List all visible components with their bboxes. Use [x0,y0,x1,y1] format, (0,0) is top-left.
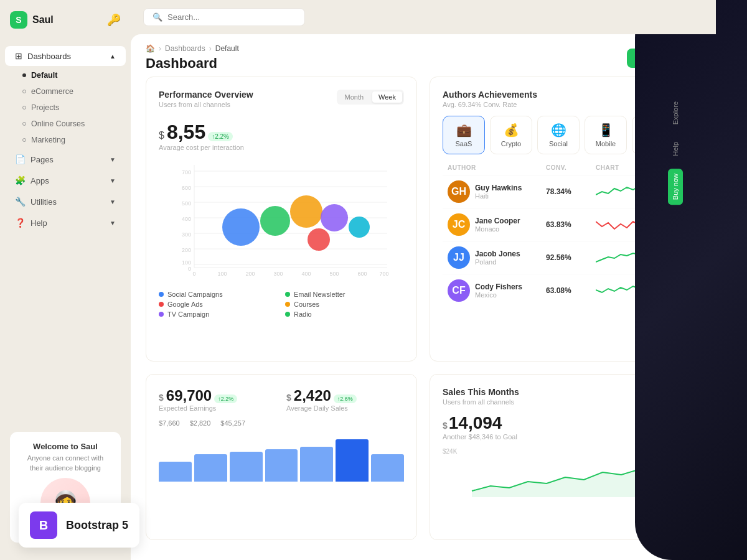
svg-text:300: 300 [273,271,283,277]
sidebar-item-projects[interactable]: Projects [0,100,131,116]
avatar-1: GH [448,180,470,203]
amount-1: $7,660 [159,419,180,427]
author-name-3: Jacob Jones [475,250,520,258]
col-conv: CONV. [546,164,596,171]
help-label[interactable]: Help [672,137,679,161]
breadcrumb-area: 🏠 › Dashboards › Default Dashboard Creat… [131,34,716,77]
avatar-2: JC [448,213,470,236]
sidebar-item-utilities[interactable]: 🔧 Utilities ▼ [5,192,126,212]
sales-currency: $ [286,393,291,403]
legend-dot-google [159,302,164,307]
legend-radio: Radio [285,310,404,318]
search-icon: 🔍 [153,12,162,22]
breadcrumb-dashboards[interactable]: Dashboards [165,44,205,53]
legend-google: Google Ads [159,301,278,308]
earnings-number: 69,700 [166,387,212,404]
sidebar-item-dashboards[interactable]: ⊞ Dashboards ▲ [5,46,126,66]
help-section: Help [672,137,679,161]
perf-tab-group: Month Week [337,90,405,105]
sidebar-item-online-courses[interactable]: Online Courses [0,116,131,132]
empty-dot [22,122,26,126]
sidebar-item-online-courses-label: Online Courses [31,119,85,128]
perf-header: Performance Overview Users from all chan… [159,90,404,116]
conv-4: 63.08% [546,286,596,295]
svg-point-29 [321,204,348,231]
sidebar-item-help[interactable]: ❓ Help ▼ [5,213,126,233]
author-name-2: Jane Cooper [475,217,520,225]
dashboard-grid: Performance Overview Users from all chan… [131,77,716,553]
explore-label[interactable]: Explore [672,96,679,129]
svg-text:200: 200 [245,271,255,277]
sidebar-item-apps[interactable]: 🧩 Apps ▼ [5,170,126,190]
sales-month-currency: $ [443,421,448,431]
saas-label: SaaS [456,140,472,147]
tab-week[interactable]: Week [372,91,402,103]
sidebar-item-ecommerce-label: eCommerce [31,87,73,96]
svg-point-25 [222,208,260,246]
sidebar-item-ecommerce[interactable]: eCommerce [0,83,131,100]
crypto-icon: 💰 [504,123,519,138]
tab-saas[interactable]: 💼 SaaS [443,116,485,154]
author-info-3: JJ Jacob Jones Poland [448,246,546,269]
breadcrumb-home[interactable]: 🏠 [146,44,155,53]
search-box[interactable]: 🔍 [143,8,305,26]
empty-dot [22,138,26,142]
tab-month[interactable]: Month [339,91,370,103]
search-input[interactable] [167,12,296,22]
legend-courses: Courses [285,301,404,308]
buy-now-label[interactable]: Buy now [668,169,683,205]
legend-dot-courses [285,302,290,307]
svg-marker-31 [472,469,659,497]
chevron-down-icon: ▼ [110,220,116,226]
pages-icon: 📄 [15,154,26,164]
saas-icon: 💼 [456,123,472,138]
tab-mobile[interactable]: 📱 Mobile [585,116,627,154]
col-author: AUTHOR [448,164,546,171]
sidebar-item-marketing[interactable]: Marketing [0,132,131,148]
legend-label-email: Email Newsletter [294,291,345,298]
svg-text:500: 500 [329,271,339,277]
author-name-4: Cody Fishers [475,282,522,291]
svg-point-30 [349,217,370,238]
legend-dot-social [159,292,164,297]
sales-badge: ↑2.6% [334,394,357,403]
perf-badge: ↑2.2% [208,132,233,141]
mobile-icon: 📱 [598,123,614,138]
main-content: 🏠 › Dashboards › Default Dashboard Creat… [131,34,716,560]
sidebar-item-pages[interactable]: 📄 Pages ▼ [5,149,126,169]
avatar-3: JJ [448,246,470,269]
buy-now-section: Buy now [668,169,683,205]
svg-text:400: 400 [182,216,191,222]
tab-crypto[interactable]: 💰 Crypto [490,116,532,154]
svg-point-27 [290,195,322,228]
amounts-row: $7,660 $2,820 $45,257 [159,419,404,427]
chevron-down-icon: ▼ [110,156,116,163]
conv-1: 78.34% [546,187,596,196]
sidebar-item-marketing-label: Marketing [31,136,65,144]
bar-1 [159,462,192,482]
sidebar-item-default[interactable]: Default [0,67,131,83]
earnings-value: $ 69,700 ↑2.2% [159,387,276,404]
tab-social[interactable]: 🌐 Social [537,116,580,154]
avatar-4: CF [448,279,470,302]
author-loc-2: Monaco [475,225,520,233]
explore-section: Explore [672,96,679,129]
svg-text:200: 200 [182,247,191,253]
perf-number: 8,55 [167,121,205,144]
stats-row: $ 69,700 ↑2.2% Expected Earnings $ 2,420… [159,387,404,412]
welcome-subtitle: Anyone can connect with their audience b… [20,454,111,473]
legend-dot-email [285,292,290,297]
sidebar-item-pages-label: Pages [31,155,54,164]
sales-month-number: 14,094 [449,413,502,433]
legend-email: Email Newsletter [285,291,404,298]
svg-text:700: 700 [379,271,388,277]
legend-label-google: Google Ads [167,301,203,308]
author-loc-3: Poland [475,258,520,266]
logo-area: S Saul 🔑 [0,0,131,40]
empty-dot [22,106,26,110]
chevron-up-icon: ▲ [110,53,116,60]
sales-value: $ 2,420 ↑2.6% [286,387,404,404]
bootstrap-text: Bootstrap 5 [66,519,128,532]
currency-symbol: $ [159,130,164,141]
author-details-4: Cody Fishers Mexico [475,282,522,299]
